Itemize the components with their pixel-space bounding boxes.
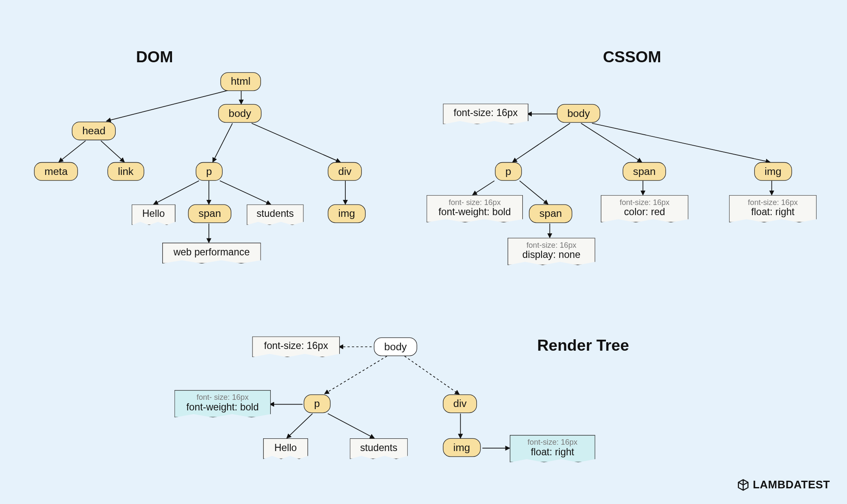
dom-hello: Hello: [131, 204, 175, 225]
dom-students: students: [247, 204, 304, 225]
cssom-span-note-line2: color: red: [624, 207, 665, 218]
cssom-span2-note-line1: font-size: 16px: [526, 241, 576, 250]
lambdatest-logo-icon: [737, 479, 750, 491]
svg-line-22: [404, 356, 459, 395]
svg-line-25: [328, 414, 374, 438]
dom-link: link: [107, 162, 144, 181]
heading-cssom: CSSOM: [603, 48, 661, 66]
render-body: body: [374, 338, 417, 356]
dom-p: p: [195, 162, 222, 181]
cssom-span2-note: font-size: 16px display: none: [507, 238, 595, 265]
svg-line-13: [581, 123, 642, 162]
cssom-body-note: font-size: 16px: [443, 103, 528, 124]
cssom-p-note-line1: font- size: 16px: [448, 199, 500, 207]
render-img-note-line1: font-size: 16px: [528, 438, 578, 447]
svg-line-0: [106, 90, 228, 121]
cssom-img: img: [754, 162, 791, 181]
render-img-note: font-size: 16px float: right: [510, 435, 595, 462]
cssom-img-note: font-size: 16px float: right: [729, 195, 816, 222]
cssom-img-note-line2: float: right: [751, 207, 794, 218]
render-hello: Hello: [263, 438, 308, 459]
svg-line-5: [251, 123, 340, 162]
render-students: students: [350, 438, 408, 459]
heading-dom: DOM: [136, 48, 173, 66]
svg-line-12: [512, 123, 570, 162]
dom-img: img: [328, 204, 365, 223]
cssom-span: span: [622, 162, 666, 181]
cssom-span2-note-line2: display: none: [522, 250, 580, 261]
render-img: img: [443, 438, 480, 457]
svg-line-16: [519, 181, 548, 205]
svg-line-8: [219, 181, 270, 205]
svg-line-14: [592, 123, 770, 162]
brand-logo: LAMBDATEST: [737, 478, 830, 491]
svg-line-2: [58, 141, 85, 162]
svg-line-15: [472, 181, 494, 195]
render-p-note: font- size: 16px font-weight: bold: [174, 390, 271, 418]
cssom-p: p: [495, 162, 522, 181]
cssom-span-note-line1: font-size: 16px: [619, 199, 669, 207]
render-div: div: [443, 394, 477, 413]
cssom-span-note: font-size: 16px color: red: [600, 195, 688, 222]
render-p-note-line1: font- size: 16px: [196, 393, 248, 402]
cssom-img-note-line1: font-size: 16px: [748, 199, 798, 207]
dom-html: html: [220, 72, 261, 91]
dom-webperf: web performance: [162, 243, 261, 263]
render-img-note-line2: float: right: [530, 447, 574, 458]
dom-span: span: [188, 204, 231, 223]
cssom-p-note: font- size: 16px font-weight: bold: [426, 195, 523, 222]
svg-line-6: [153, 181, 199, 205]
cssom-body: body: [557, 104, 600, 123]
render-p-note-line2: font-weight: bold: [186, 402, 258, 413]
render-body-note: font-size: 16px: [252, 336, 340, 357]
dom-meta: meta: [34, 162, 78, 181]
cssom-p-note-line2: font-weight: bold: [438, 207, 511, 218]
svg-line-4: [213, 123, 233, 162]
brand-text: LAMBDATEST: [753, 478, 830, 491]
heading-render: Render Tree: [537, 336, 629, 354]
dom-div: div: [328, 162, 362, 181]
svg-line-3: [101, 141, 125, 162]
svg-line-21: [324, 356, 386, 394]
dom-head: head: [72, 122, 116, 140]
svg-line-24: [286, 414, 312, 438]
dom-body: body: [218, 104, 261, 123]
render-p: p: [303, 394, 330, 413]
cssom-span2: span: [529, 204, 572, 223]
